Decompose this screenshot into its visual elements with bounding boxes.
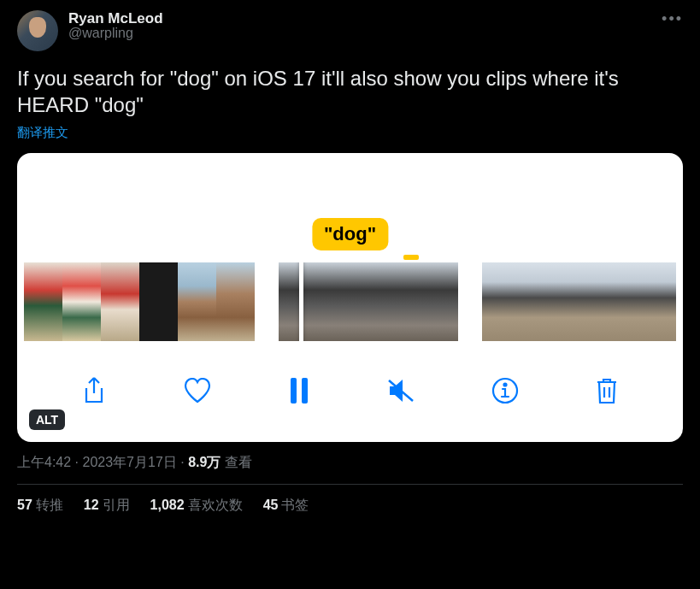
clip-thumb xyxy=(518,262,554,341)
clip-thumb xyxy=(101,262,139,341)
share-icon[interactable] xyxy=(81,376,107,405)
translate-link[interactable]: 翻译推文 xyxy=(17,125,683,141)
info-icon[interactable] xyxy=(491,377,519,404)
clip-thumb xyxy=(626,262,662,341)
likes-stat[interactable]: 1,082喜欢次数 xyxy=(150,497,243,515)
clip-thumb xyxy=(662,262,676,341)
handle: @warpling xyxy=(68,26,163,41)
heart-icon[interactable] xyxy=(183,378,212,403)
clip-thumb xyxy=(398,262,458,341)
bookmarks-stat[interactable]: 45书签 xyxy=(263,497,309,515)
tweet-text: If you search for "dog" on iOS 17 it'll … xyxy=(17,65,683,118)
retweets-stat[interactable]: 57转推 xyxy=(17,497,63,515)
quotes-stat[interactable]: 12引用 xyxy=(84,497,130,515)
tweet-meta: 上午4:42 · 2023年7月17日 · 8.9万 查看 xyxy=(17,454,683,472)
views-label: 查看 xyxy=(225,455,252,469)
clip-thumb xyxy=(554,262,590,341)
clip-thumb xyxy=(139,262,178,341)
display-name: Ryan McLeod xyxy=(68,10,163,27)
divider xyxy=(17,484,683,485)
media-toolbar xyxy=(17,365,683,416)
avatar[interactable] xyxy=(17,10,58,51)
tweet-time[interactable]: 上午4:42 xyxy=(17,455,71,469)
tweet-container: Ryan McLeod @warpling ••• If you search … xyxy=(0,0,700,515)
search-term-chip: "dog" xyxy=(312,218,388,250)
clip-group-3[interactable] xyxy=(482,262,676,341)
alt-badge[interactable]: ALT xyxy=(29,409,65,430)
clip-thumb xyxy=(62,262,101,341)
media-attachment[interactable]: "dog" xyxy=(17,153,683,442)
more-options-icon[interactable]: ••• xyxy=(662,10,683,28)
mute-icon[interactable] xyxy=(386,378,415,403)
clip-thumb xyxy=(279,262,338,341)
timeline-marker xyxy=(403,255,419,260)
svg-rect-1 xyxy=(302,378,308,403)
clip-group-2[interactable] xyxy=(279,262,458,341)
clip-thumb xyxy=(482,262,518,341)
clip-thumb xyxy=(216,262,255,341)
video-timeline[interactable] xyxy=(17,262,683,341)
tweet-stats: 57转推 12引用 1,082喜欢次数 45书签 xyxy=(17,497,683,515)
svg-rect-0 xyxy=(291,378,297,403)
views-count: 8.9万 xyxy=(188,455,221,469)
author-block[interactable]: Ryan McLeod @warpling xyxy=(68,10,163,41)
clip-group-1[interactable] xyxy=(24,262,255,341)
trash-icon[interactable] xyxy=(595,377,619,404)
svg-point-4 xyxy=(504,384,507,386)
clip-thumb xyxy=(338,262,398,341)
tweet-header: Ryan McLeod @warpling ••• xyxy=(17,10,683,51)
pause-icon[interactable] xyxy=(288,378,310,403)
clip-thumb xyxy=(590,262,626,341)
clip-thumb xyxy=(178,262,216,341)
playhead[interactable] xyxy=(299,262,303,341)
tweet-date[interactable]: 2023年7月17日 xyxy=(82,455,176,469)
clip-thumb xyxy=(24,262,62,341)
